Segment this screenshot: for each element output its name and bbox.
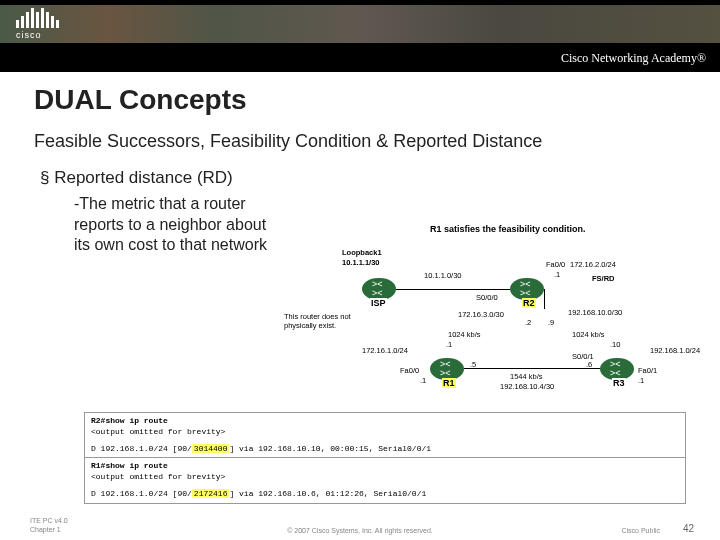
cli-output-box: R2#show ip route <output omitted for bre…	[84, 412, 686, 504]
page-number: 42	[683, 523, 694, 534]
dot-10: .10	[610, 340, 620, 349]
net-192-168-10-8: 192.168.10.0/30	[568, 308, 622, 317]
router-r2-label: R2	[522, 298, 536, 308]
subbullet-rd-def: -The metric that a router reports to a n…	[74, 194, 274, 256]
cli-r2-route: D 192.168.1.0/24 [90/3014400] via 192.16…	[91, 444, 679, 455]
speed-1024b: 1024 kb/s	[572, 330, 605, 339]
bullet-rd: Reported distance (RD)	[40, 167, 686, 188]
router-isp-label: ISP	[370, 298, 387, 308]
net-172-16-1: 172.16.1.0/24	[362, 346, 408, 355]
router-r1-label: R1	[442, 378, 456, 388]
cli-r1: R1#show ip route <output omitted for bre…	[85, 457, 685, 502]
footer-public: Cisco Public	[621, 527, 660, 534]
dot-6: .6	[586, 360, 592, 369]
port-fa01-r3: Fa0/1	[638, 366, 657, 375]
diagram-note: This router does not physically exist.	[284, 312, 364, 330]
footer-left: ITE PC v4.0 Chapter 1	[30, 517, 68, 534]
dot-2: .2	[525, 318, 531, 327]
loopback-title: Loopback1	[342, 248, 382, 257]
port-fa00-r1: Fa0/0	[400, 366, 419, 375]
cisco-brand-text: cisco	[16, 30, 59, 40]
router-isp-icon	[362, 278, 396, 300]
router-r3-label: R3	[612, 378, 626, 388]
port-s000-r2: S0/0/0	[476, 293, 498, 302]
fsrd-label: FS/RD	[592, 274, 615, 283]
wire-r2-down	[544, 289, 545, 309]
net-10-1-1: 10.1.1.0/30	[424, 271, 462, 280]
header-photo-strip	[0, 5, 720, 43]
net-192-168-1: 192.168.1.0/24	[650, 346, 700, 355]
loopback-ip: 10.1.1.1/30	[342, 258, 380, 267]
router-r2-icon	[510, 278, 544, 300]
dot-1d: .1	[638, 376, 644, 385]
wire-isp-r2	[396, 289, 510, 290]
cli-r2-omit: <output omitted for brevity>	[91, 427, 679, 438]
slide-title: DUAL Concepts	[34, 84, 686, 116]
speed-1024: 1024 kb/s	[448, 330, 481, 339]
cli-r2-cmd: R2#show ip route	[91, 416, 168, 425]
net-172-16-3: 172.16.3.0/30	[458, 310, 504, 319]
dot-5: .5	[470, 360, 476, 369]
port-fa00-r2: Fa0/0	[546, 260, 565, 269]
academy-text: Cisco Networking Academy®	[561, 51, 706, 66]
slide-content: DUAL Concepts Feasible Successors, Feasi…	[0, 72, 720, 256]
cli-r2-metric: 3014400	[192, 444, 230, 453]
diagram-caption: R1 satisfies the feasibility condition.	[430, 224, 586, 234]
dot-9: .9	[548, 318, 554, 327]
cli-r2: R2#show ip route <output omitted for bre…	[85, 413, 685, 457]
net-172-16-2: 172.16.2.0/24	[570, 260, 616, 269]
dot-1b: .1	[446, 340, 452, 349]
header-banner: cisco Cisco Networking Academy®	[0, 0, 720, 72]
router-r1-icon	[430, 358, 464, 380]
dot-1a: .1	[554, 270, 560, 279]
cli-r1-cmd: R1#show ip route	[91, 461, 168, 470]
cisco-bars-icon	[16, 8, 59, 28]
router-r3-icon	[600, 358, 634, 380]
footer-copyright: © 2007 Cisco Systems, Inc. All rights re…	[287, 527, 433, 534]
cli-r1-route: D 192.168.1.0/24 [90/2172416] via 192.16…	[91, 489, 679, 500]
wire-r1-r3	[464, 368, 600, 369]
cli-r1-metric: 2172416	[192, 489, 230, 498]
speed-1544: 1544 kb/s	[510, 372, 543, 381]
cli-r1-omit: <output omitted for brevity>	[91, 472, 679, 483]
slide-subtitle: Feasible Successors, Feasibility Conditi…	[34, 130, 686, 153]
cisco-logo: cisco	[16, 8, 59, 40]
net-192-168-10-4: 192.168.10.4/30	[500, 382, 554, 391]
dot-1c: .1	[420, 376, 426, 385]
